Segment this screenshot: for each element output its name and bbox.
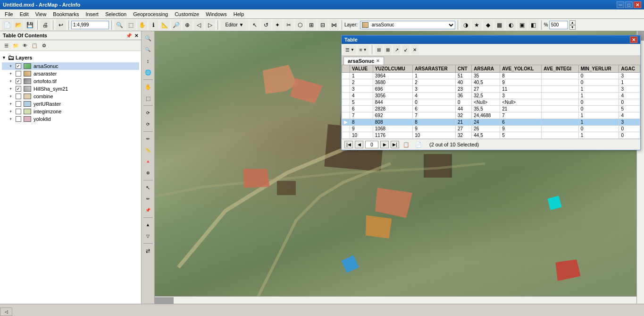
- toc-draw-order-btn[interactable]: 📋: [30, 41, 39, 50]
- row-selector-5[interactable]: [342, 99, 350, 106]
- row-selector-9[interactable]: [342, 126, 350, 132]
- row-selector-4[interactable]: [342, 93, 350, 99]
- row-selector-7[interactable]: [342, 112, 350, 119]
- menu-bookmarks[interactable]: Bookmarks: [50, 10, 82, 18]
- minimize-button[interactable]: ─: [617, 1, 624, 8]
- col-ave-yolokl[interactable]: AVE_YOLOKL: [500, 65, 542, 73]
- zoom-input[interactable]: [549, 21, 568, 29]
- save-btn[interactable]: 💾: [25, 20, 35, 30]
- effects-btn5[interactable]: ◐: [506, 20, 516, 30]
- table-tab-arsasonuc[interactable]: arsaSonuc ✕: [343, 57, 384, 65]
- undo-btn[interactable]: ↩: [56, 20, 66, 30]
- row-selector-3[interactable]: [342, 86, 350, 93]
- side-pin-btn[interactable]: 📌: [143, 205, 153, 215]
- effects-btn4[interactable]: ▦: [494, 20, 505, 30]
- table-menu-btn[interactable]: ☰▼: [343, 45, 356, 54]
- effects-btn1[interactable]: ◑: [460, 20, 471, 30]
- layer-dropdown[interactable]: arsaSonuc: [370, 21, 455, 29]
- expand-yoloklid[interactable]: +: [9, 117, 14, 121]
- toc-pin-button[interactable]: 📌: [126, 33, 132, 38]
- maximize-button[interactable]: □: [625, 1, 633, 8]
- effects-btn6[interactable]: ▣: [517, 20, 527, 30]
- col-agac[interactable]: AGAC: [619, 65, 640, 73]
- toc-layer-yoloklid[interactable]: + yoloklid: [2, 115, 139, 123]
- cut-btn[interactable]: ✂: [284, 20, 294, 30]
- checkbox-yerluraster[interactable]: [16, 101, 21, 107]
- col-value[interactable]: VALUE: [350, 65, 373, 73]
- toc-layer-combine[interactable]: + combine: [2, 93, 139, 100]
- map-area[interactable]: Table ✕ ☰▼ ≡▼ ⊞ ⊠ ↗ ↙ ✕: [155, 31, 644, 304]
- bottom-toggle-btn[interactable]: ◁: [0, 307, 12, 316]
- expand-yerluraster[interactable]: +: [9, 102, 14, 106]
- pan-btn[interactable]: ✋: [137, 20, 147, 30]
- nav-first-btn[interactable]: |◀: [344, 141, 353, 148]
- col-arsara[interactable]: ARSARA: [472, 65, 500, 73]
- row-selector-10[interactable]: [342, 132, 350, 139]
- intersect-btn[interactable]: ⋈: [329, 20, 339, 30]
- row-selector-2[interactable]: [342, 79, 350, 86]
- side-select-box-btn[interactable]: ⬚: [143, 93, 153, 103]
- side-zoom-in-btn[interactable]: 🔍: [143, 33, 153, 43]
- menu-insert[interactable]: Insert: [83, 10, 101, 18]
- expand-ortofoto[interactable]: +: [9, 79, 14, 84]
- side-polygon-btn[interactable]: 🔺: [143, 156, 153, 167]
- select-btn[interactable]: ⬚: [125, 20, 136, 30]
- side-zoom-out-btn[interactable]: 🔍: [143, 44, 153, 55]
- open-btn[interactable]: 📂: [13, 20, 24, 30]
- row-selector-6[interactable]: [342, 106, 350, 112]
- table-options-btn[interactable]: ≡▼: [358, 45, 369, 54]
- menu-windows[interactable]: Windows: [203, 10, 230, 18]
- nav-next-btn[interactable]: ▶: [380, 141, 389, 148]
- zoom-up-btn[interactable]: ▲: [569, 20, 576, 25]
- col-min-yerlur[interactable]: MIN_YERLUR: [578, 65, 619, 73]
- checkbox-hillsha[interactable]: ✓: [16, 86, 21, 92]
- table-clear-btn[interactable]: ✕: [411, 45, 418, 54]
- expand-arsasonuc[interactable]: +: [9, 64, 14, 68]
- expand-integimzone[interactable]: +: [9, 109, 14, 114]
- edit-tool[interactable]: ↖: [250, 20, 260, 30]
- go-to-btn[interactable]: ⊕: [182, 20, 192, 30]
- close-button[interactable]: ✕: [634, 1, 641, 8]
- rotate-btn[interactable]: ↺: [261, 20, 271, 30]
- construct-btn[interactable]: ⬡: [295, 20, 305, 30]
- zoom-btn[interactable]: 🔍: [114, 20, 125, 30]
- menu-view[interactable]: View: [33, 10, 50, 18]
- side-pencil-btn[interactable]: ✏: [143, 194, 153, 204]
- map-scrollbar-h[interactable]: [155, 296, 636, 304]
- checkbox-yoloklid[interactable]: [16, 116, 21, 122]
- expand-arsaraster[interactable]: +: [9, 71, 14, 76]
- side-refresh-btn[interactable]: ⟳: [143, 108, 153, 118]
- row-selector-1[interactable]: [342, 73, 350, 79]
- side-rotate-btn[interactable]: ⟳: [143, 119, 153, 129]
- toc-close-button[interactable]: ✕: [134, 33, 138, 38]
- union-btn[interactable]: ⊟: [318, 20, 328, 30]
- toc-layer-arsaraster[interactable]: + arsaraster: [2, 70, 139, 77]
- menu-geoprocessing[interactable]: Geoprocessing: [130, 10, 171, 18]
- table-export-btn[interactable]: ↗: [393, 45, 401, 54]
- scale-input[interactable]: [71, 21, 109, 29]
- table-tab-close[interactable]: ✕: [376, 59, 380, 63]
- menu-edit[interactable]: Edit: [17, 10, 32, 18]
- prev-extent-btn[interactable]: ◁: [193, 20, 204, 30]
- print-btn[interactable]: 🖨: [40, 20, 50, 30]
- find-btn[interactable]: 🔎: [171, 20, 181, 30]
- effects-btn2[interactable]: ★: [472, 20, 482, 30]
- scrollbar-h-thumb[interactable]: [155, 297, 174, 304]
- expand-combine[interactable]: +: [9, 94, 14, 99]
- side-up-btn[interactable]: ▲: [143, 220, 153, 230]
- layers-expand-icon[interactable]: ▼: [2, 55, 6, 60]
- checkbox-combine[interactable]: [16, 94, 21, 99]
- side-edit-btn[interactable]: ✏: [143, 134, 153, 144]
- checkbox-integimzone[interactable]: [16, 109, 21, 114]
- checkbox-arsasonuc[interactable]: ✓: [16, 63, 21, 69]
- measure-btn[interactable]: 📐: [159, 20, 170, 30]
- menu-customize[interactable]: Customize: [172, 10, 202, 18]
- table-import-btn[interactable]: ↙: [402, 45, 410, 54]
- effects-btn7[interactable]: ◧: [528, 20, 539, 30]
- checkbox-ortofoto[interactable]: ✓: [16, 78, 21, 84]
- table-window-close[interactable]: ✕: [630, 36, 637, 43]
- col-cnt[interactable]: CNT: [456, 65, 472, 73]
- table-show-selected-btn[interactable]: ⊠: [384, 45, 392, 54]
- toc-layer-hillsha[interactable]: + ✓ HillSha_sym21: [2, 85, 139, 93]
- vertex-btn[interactable]: ✦: [272, 20, 283, 30]
